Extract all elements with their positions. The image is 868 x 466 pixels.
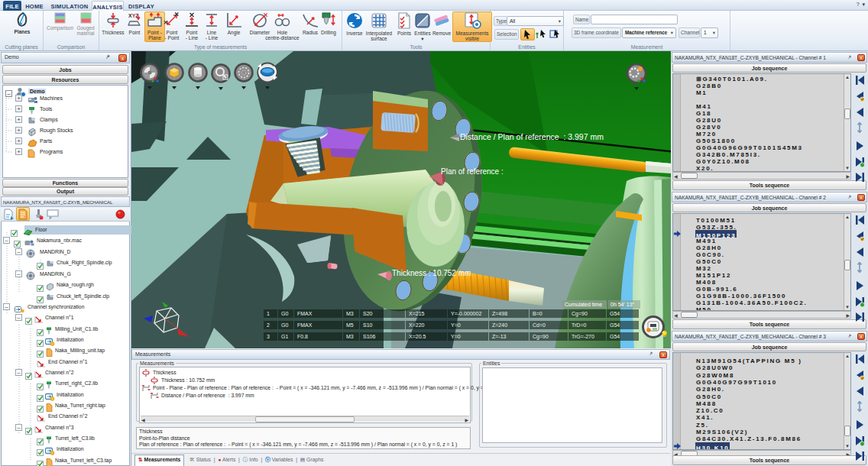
svg-text:G1: G1 bbox=[281, 334, 288, 339]
svg-text:F0.8: F0.8 bbox=[297, 334, 308, 339]
svg-text:0h 54' 13": 0h 54' 13" bbox=[611, 302, 635, 307]
svg-text:G0: G0 bbox=[281, 311, 288, 316]
svg-text:1: 1 bbox=[267, 311, 270, 316]
svg-text:Cg=90: Cg=90 bbox=[572, 311, 588, 317]
svg-text:X=215: X=215 bbox=[409, 311, 425, 316]
svg-text:G54: G54 bbox=[610, 311, 620, 316]
svg-text:TrG=-270: TrG=-270 bbox=[572, 334, 594, 339]
svg-text:Cumulated time: Cumulated time bbox=[565, 302, 602, 307]
svg-text:S20: S20 bbox=[363, 311, 373, 316]
svg-text:X=20.5: X=20.5 bbox=[409, 334, 426, 339]
svg-text:Cg=90: Cg=90 bbox=[533, 334, 549, 340]
svg-text:S10: S10 bbox=[363, 322, 373, 328]
svg-text:3: 3 bbox=[267, 334, 270, 339]
svg-text:X=220: X=220 bbox=[409, 322, 425, 328]
svg-text:Y=0: Y=0 bbox=[451, 334, 461, 339]
svg-text:FMAX: FMAX bbox=[297, 322, 313, 328]
svg-text:M5: M5 bbox=[346, 322, 354, 328]
svg-text:Z=-13: Z=-13 bbox=[492, 334, 507, 339]
svg-text:Z=240: Z=240 bbox=[492, 322, 507, 328]
svg-text:Cd=0: Cd=0 bbox=[533, 322, 546, 328]
svg-text:FMAX: FMAX bbox=[297, 311, 313, 316]
svg-text:Z=498: Z=498 bbox=[492, 311, 507, 316]
svg-text:G54: G54 bbox=[610, 334, 620, 339]
svg-text:XYZ: XYZ bbox=[128, 13, 139, 18]
svg-text:M3: M3 bbox=[346, 334, 354, 339]
svg-text:TrD=0: TrD=0 bbox=[572, 322, 586, 328]
svg-text:Distance / Plan of reference: Distance / Plan of reference : 3.997 mm bbox=[460, 132, 604, 141]
svg-text:Thickness : 10.752 mm: Thickness : 10.752 mm bbox=[392, 269, 471, 277]
svg-text:G0: G0 bbox=[281, 322, 288, 328]
svg-text:Y=0: Y=0 bbox=[451, 322, 461, 328]
svg-text:G54: G54 bbox=[610, 322, 620, 328]
svg-text:S106: S106 bbox=[363, 334, 375, 339]
svg-text:Plan of reference :: Plan of reference : bbox=[441, 167, 504, 176]
svg-text:Y=-0.000002: Y=-0.000002 bbox=[451, 311, 481, 316]
svg-text:M3: M3 bbox=[346, 311, 354, 316]
svg-text:💡: 💡 bbox=[660, 330, 669, 339]
svg-text:2: 2 bbox=[267, 322, 270, 328]
svg-text:B=0: B=0 bbox=[533, 311, 542, 316]
